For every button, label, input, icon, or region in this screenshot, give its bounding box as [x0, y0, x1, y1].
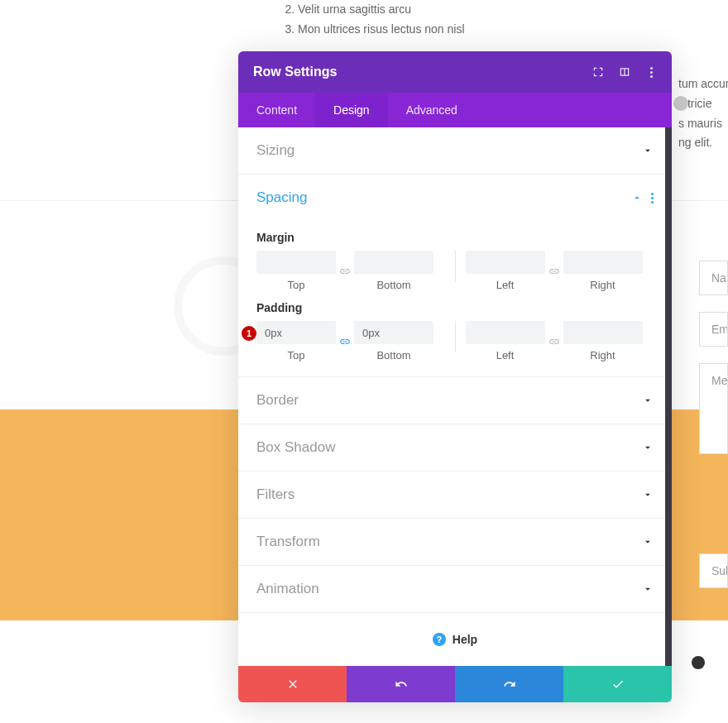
section-animation[interactable]: Animation [238, 566, 672, 612]
chevron-down-icon [642, 583, 654, 595]
modal-title: Row Settings [253, 65, 592, 79]
chevron-up-icon [631, 192, 643, 203]
bg-floating-button[interactable] [692, 656, 705, 669]
cancel-button[interactable] [238, 666, 347, 702]
section-transform[interactable]: Transform [238, 519, 672, 565]
row-settings-modal: Row Settings Content Design Advanced Siz… [238, 51, 672, 702]
margin-left-input[interactable] [466, 251, 545, 274]
section-box-shadow[interactable]: Box Shadow [238, 424, 672, 471]
link-icon[interactable] [545, 260, 563, 283]
modal-header: Row Settings [238, 51, 672, 93]
bg-name-field[interactable]: Nam [699, 261, 728, 295]
modal-footer [238, 666, 672, 702]
section-border[interactable]: Border [238, 377, 672, 424]
section-more-icon[interactable] [651, 193, 654, 203]
redo-button[interactable] [455, 666, 563, 702]
tab-content[interactable]: Content [238, 93, 315, 127]
columns-icon[interactable] [619, 66, 630, 78]
margin-label: Margin [256, 231, 654, 244]
globe-icon [673, 96, 688, 111]
background-list: Velit urna sagittis arcu Mon ultrices ri… [281, 0, 465, 40]
help-icon: ? [433, 633, 446, 646]
bg-email-field[interactable]: Ema [699, 312, 728, 347]
chevron-down-icon [642, 395, 654, 406]
chevron-down-icon [642, 145, 654, 156]
padding-top-input[interactable] [256, 321, 336, 344]
modal-tabs: Content Design Advanced [238, 93, 672, 127]
section-sizing[interactable]: Sizing [238, 127, 672, 174]
help-link[interactable]: ? Help [238, 613, 672, 666]
bg-paragraph: tum accum ultricie s mauris ng elit. [678, 74, 728, 153]
more-icon[interactable] [645, 66, 657, 78]
link-icon[interactable] [336, 260, 354, 283]
bg-subject-field[interactable]: Subj [699, 553, 728, 588]
link-icon-active[interactable] [336, 330, 354, 353]
chevron-down-icon [642, 442, 654, 453]
bg-list-item-2: Velit urna sagittis arcu [298, 0, 465, 20]
chevron-down-icon [642, 489, 654, 500]
padding-right-input[interactable] [563, 321, 643, 344]
save-button[interactable] [563, 666, 672, 702]
section-spacing[interactable]: Spacing [238, 175, 672, 221]
modal-body[interactable]: Sizing Spacing Margin [238, 127, 672, 666]
tab-design[interactable]: Design [315, 93, 388, 127]
scrollbar[interactable] [665, 127, 672, 666]
margin-top-input[interactable] [256, 251, 336, 274]
chevron-down-icon [642, 536, 654, 548]
padding-left-input[interactable] [466, 321, 545, 344]
section-filters[interactable]: Filters [238, 472, 672, 518]
margin-right-input[interactable] [563, 251, 643, 274]
step-badge-1: 1 [242, 326, 256, 341]
expand-icon[interactable] [592, 66, 604, 78]
bg-list-item-3: Mon ultrices risus lectus non nisl [298, 20, 465, 40]
undo-button[interactable] [347, 666, 455, 702]
margin-bottom-input[interactable] [354, 251, 433, 274]
bg-form: Nam Ema Mes Subj [699, 261, 728, 605]
padding-label: Padding [256, 301, 654, 314]
tab-advanced[interactable]: Advanced [388, 93, 476, 127]
link-icon[interactable] [545, 330, 563, 353]
padding-bottom-input[interactable] [354, 321, 433, 344]
bg-message-field[interactable]: Mes [699, 363, 728, 454]
